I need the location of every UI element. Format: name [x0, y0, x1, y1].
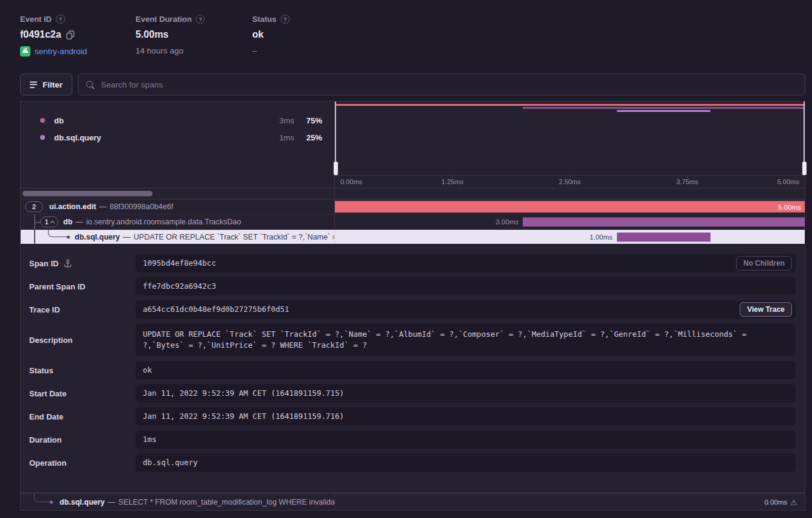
detail-row-parent-span-id: Parent Span ID ffe7dbc92a6942c3: [21, 277, 805, 295]
help-icon[interactable]: ?: [56, 15, 65, 24]
detail-label: Span ID: [29, 259, 58, 268]
detail-value: Jan 11, 2022 9:52:39 AM CET (1641891159.…: [136, 407, 796, 426]
detail-value: ffe7dbc92a6942c3: [136, 277, 796, 295]
detail-label: Start Date: [29, 389, 136, 398]
project-link[interactable]: sentry-android: [35, 47, 87, 56]
event-id-label: Event ID: [20, 15, 52, 24]
operations-breakdown: db 3ms 75% db.sql.query 1ms 25%: [21, 102, 334, 188]
span-detail-panel: Span ID 1095bd4ef8e94bcc No Children Par…: [21, 244, 805, 493]
help-icon[interactable]: ?: [281, 15, 290, 24]
event-id-column: Event ID ? f0491c2a sentry-android: [20, 15, 136, 57]
detail-row-start-date: Start Date Jan 11, 2022 9:52:39 AM CET (…: [21, 384, 805, 402]
span-duration-bar: 5.00ms: [335, 201, 805, 213]
operation-percentage: 75%: [294, 116, 322, 125]
minimap-right-grip[interactable]: [802, 162, 807, 175]
axis-tick: 1.25ms: [441, 178, 463, 185]
detail-value: 1ms: [136, 430, 796, 449]
span-operation: db.sql.query: [75, 233, 120, 241]
android-project-icon: [20, 46, 30, 57]
span-description: 88f300998a0b4e6f: [110, 202, 173, 211]
detail-label: Parent Span ID: [29, 282, 136, 291]
axis-tick: 5.00ms: [777, 178, 799, 185]
operation-name: db: [54, 116, 265, 125]
detail-row-trace-id: Trace ID a654cc61dc0b48ef9d0b27275b6f0d5…: [21, 300, 805, 319]
axis-tick: 0.00ms: [340, 178, 362, 185]
view-trace-button[interactable]: View Trace: [740, 302, 792, 317]
span-row-db-sql-query-selected[interactable]: db.sql.query — UPDATE OR REPLACE `Track`…: [21, 230, 805, 244]
operation-name: db.sql.query: [54, 133, 265, 142]
span-description: UPDATE OR REPLACE `Track` SET `TrackId` …: [134, 233, 334, 241]
status-label: Status: [252, 15, 277, 24]
trace-minimap: 0.00ms 1.25ms 2.50ms 3.75ms 5.00ms: [334, 102, 805, 188]
filter-button-label: Filter: [43, 80, 63, 89]
span-children-badge[interactable]: 2: [25, 201, 43, 212]
span-collapse-badge[interactable]: 1: [40, 216, 58, 227]
no-children-button: No Children: [736, 256, 792, 271]
tree-scrollbar-row: [21, 188, 805, 199]
event-header: Event ID ? f0491c2a sentry-android Event…: [20, 15, 290, 57]
detail-value: a654cc61dc0b48ef9d0b27275b6f0d51: [143, 305, 289, 314]
detail-row-status: Status ok: [21, 361, 805, 379]
span-row-db-sql-query-select[interactable]: db.sql.query — SELECT * FROM room_table_…: [21, 493, 805, 510]
span-duration-bar: [523, 218, 805, 227]
span-duration: 0.00ms: [765, 499, 788, 506]
event-id-value: f0491c2a: [20, 29, 61, 40]
detail-row-description: Description UPDATE OR REPLACE `Track` SE…: [21, 323, 805, 356]
spans-toolbar: Filter: [20, 74, 805, 95]
warning-icon: ⚠: [790, 497, 797, 506]
detail-label: Trace ID: [29, 305, 136, 314]
detail-row-span-id: Span ID 1095bd4ef8e94bcc No Children: [21, 254, 805, 272]
operation-color-dot: [40, 118, 45, 123]
detail-label: Operation: [29, 458, 136, 468]
axis-tick: 3.75ms: [676, 178, 698, 185]
filter-button[interactable]: Filter: [20, 74, 72, 95]
span-duration: 1.00ms: [590, 233, 613, 241]
operation-color-dot: [40, 135, 45, 140]
tree-scrollbar-thumb[interactable]: [22, 191, 153, 196]
span-search-input[interactable]: [101, 80, 797, 89]
status-label-row: Status ?: [252, 15, 290, 24]
operation-duration: 1ms: [265, 133, 294, 142]
event-id-value-row: f0491c2a: [20, 29, 136, 40]
minimap-span-line: [523, 107, 805, 109]
span-row-db[interactable]: 1 db — io.sentry.android.roomsample.data…: [21, 215, 805, 230]
span-row-ui-action-edit[interactable]: 2 ui.action.edit — 88f300998a0b4e6f 5.00…: [21, 199, 805, 215]
event-time-ago: 14 hours ago: [136, 46, 252, 55]
event-duration-label-row: Event Duration ?: [136, 15, 252, 24]
chevron-up-icon: [50, 220, 55, 224]
help-icon[interactable]: ?: [196, 15, 205, 24]
minimap-left-handle[interactable]: [335, 102, 336, 175]
operation-percentage: 25%: [294, 133, 322, 142]
detail-value: ok: [136, 361, 796, 379]
span-operation: ui.action.edit: [49, 202, 96, 211]
status-value: ok: [252, 29, 290, 40]
trace-header-split: db 3ms 75% db.sql.query 1ms 25%: [21, 102, 805, 188]
detail-value: UPDATE OR REPLACE `Track` SET `TrackId` …: [136, 323, 796, 356]
event-id-label-row: Event ID ?: [20, 15, 136, 24]
span-operation: db.sql.query: [60, 498, 105, 506]
event-duration-label: Event Duration: [136, 15, 191, 24]
detail-row-operation: Operation db.sql.query: [21, 454, 805, 472]
trace-view-container: db 3ms 75% db.sql.query 1ms 25%: [20, 101, 805, 511]
minimap-span-area[interactable]: [335, 102, 805, 175]
minimap-time-axis: 0.00ms 1.25ms 2.50ms 3.75ms 5.00ms: [335, 175, 805, 188]
minimap-left-grip[interactable]: [334, 162, 338, 175]
operation-breakdown-row-db-sql-query[interactable]: db.sql.query 1ms 25%: [21, 129, 334, 146]
tree-scrollbar-track: [21, 188, 334, 199]
copy-icon[interactable]: [66, 30, 75, 40]
minimap-span-line: [335, 104, 805, 106]
detail-label: Duration: [29, 435, 136, 444]
span-description: io.sentry.android.roomsample.data.Tracks…: [86, 218, 241, 226]
operation-duration: 3ms: [265, 116, 294, 125]
operation-breakdown-row-db[interactable]: db 3ms 75%: [21, 112, 334, 129]
detail-label: End Date: [29, 412, 136, 421]
minimap-right-handle[interactable]: [803, 102, 805, 175]
search-icon: [86, 80, 95, 89]
span-search-box: [78, 74, 805, 95]
project-row: sentry-android: [20, 46, 136, 57]
detail-value: Jan 11, 2022 9:52:39 AM CET (1641891159.…: [136, 384, 796, 402]
detail-row-duration: Duration 1ms: [21, 430, 805, 449]
status-column: Status ? ok –: [252, 15, 290, 57]
anchor-icon[interactable]: [63, 259, 72, 268]
span-description: SELECT * FROM room_table_modification_lo…: [119, 498, 334, 506]
